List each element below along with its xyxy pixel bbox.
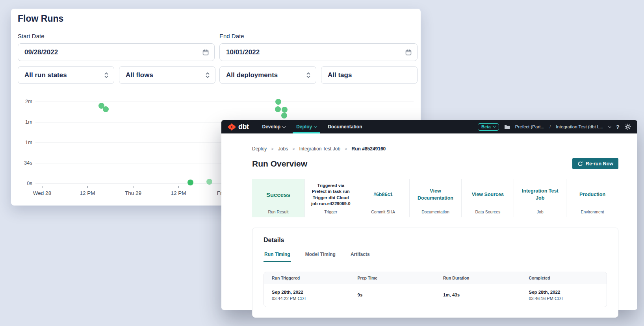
card-value[interactable]: Production: [569, 183, 616, 207]
chevron-down-icon: [493, 124, 496, 128]
card-label: Job: [516, 207, 564, 214]
summary-card-commit-sha: #6b86c1Commit SHA: [357, 179, 409, 217]
breadcrumb-item[interactable]: Deploy: [252, 146, 267, 152]
table-cell: 1m, 43s: [435, 284, 521, 307]
dbt-content: Deploy>Jobs>Integration Test Job>Run #85…: [221, 133, 637, 318]
run-timing-table: Run TriggeredPrep TimeRun DurationComple…: [264, 272, 607, 307]
table-cell-main: Sep 28th, 2022: [529, 289, 599, 296]
summary-card-job: Integration Test JobJob: [514, 179, 566, 217]
breadcrumb-separator: >: [345, 146, 347, 151]
environment-name[interactable]: Integration Test (dbt L...: [556, 124, 603, 129]
card-label: Run Result: [254, 207, 302, 214]
scatter-point[interactable]: [103, 106, 109, 112]
y-axis-label: 0s: [11, 180, 32, 186]
dbt-logo-icon: [228, 123, 236, 131]
x-axis-label: Wed 28: [33, 190, 51, 196]
desktop-background: Flow Runs Start Date End Date 09/28/2022…: [0, 0, 644, 326]
table-cell: 9s: [350, 284, 436, 307]
nav-link-label: Documentation: [328, 124, 362, 130]
table-body: Sep 28th, 202203:44:22 PM CDT9s1m, 43sSe…: [264, 284, 607, 307]
x-axis-label: 12 PM: [171, 190, 186, 196]
x-axis-label: 12 PM: [80, 190, 95, 196]
x-axis-label: Thu 29: [125, 190, 141, 196]
details-heading: Details: [264, 237, 607, 244]
run-summary-cards: SuccessRun ResultTriggered via Prefect i…: [252, 179, 618, 217]
breadcrumb: Deploy>Jobs>Integration Test Job>Run #85…: [252, 146, 618, 152]
details-tabs: Run TimingModel TimingArtifacts: [264, 252, 607, 262]
table-cell-main: Sep 28th, 2022: [272, 289, 342, 296]
card-value[interactable]: View Documentation: [412, 183, 459, 207]
title-row: Run Overview Re-run Now: [252, 158, 618, 169]
card-value[interactable]: View Sources: [464, 183, 511, 207]
dbt-logo[interactable]: dbt: [228, 123, 249, 131]
table-header-cell: Completed: [521, 272, 607, 284]
card-value: Triggered via Prefect in task run Trigge…: [307, 183, 354, 207]
table-row: Sep 28th, 202203:44:22 PM CDT9s1m, 43sSe…: [264, 284, 607, 307]
y-axis-label: 2m: [11, 98, 32, 104]
x-axis-tick: [133, 186, 134, 188]
table-header-cell: Run Duration: [435, 272, 521, 284]
breadcrumb-separator: /: [549, 124, 551, 129]
chevron-down-icon[interactable]: [608, 124, 611, 128]
y-axis-label: 1m: [11, 139, 32, 145]
table-cell-main: 9s: [358, 292, 428, 298]
refresh-icon: [577, 161, 583, 167]
breadcrumb-item[interactable]: Integration Test Job: [299, 146, 341, 152]
card-label: Commit SHA: [360, 207, 407, 214]
dbt-window: dbt DevelopDeployDocumentation Beta Pref…: [221, 120, 637, 310]
y-axis-label: 1m: [11, 119, 32, 125]
dbt-brand-text: dbt: [238, 123, 249, 131]
beta-badge[interactable]: Beta: [478, 123, 499, 131]
table-header-row: Run TriggeredPrep TimeRun DurationComple…: [264, 272, 607, 284]
table-cell-sub: 03:46:16 PM CDT: [529, 296, 599, 302]
dbt-navbar: dbt DevelopDeployDocumentation Beta Pref…: [221, 120, 637, 133]
tab-model-timing[interactable]: Model Timing: [304, 252, 336, 262]
scatter-point[interactable]: [206, 179, 212, 185]
card-value[interactable]: Integration Test Job: [516, 183, 564, 207]
card-label: Environment: [569, 207, 616, 214]
card-label: Trigger: [307, 207, 354, 214]
y-axis-label: 34s: [11, 160, 32, 166]
x-axis-tick: [87, 186, 88, 188]
scatter-point[interactable]: [281, 113, 287, 119]
scatter-point[interactable]: [187, 180, 193, 185]
card-value[interactable]: #6b86c1: [360, 183, 407, 207]
navbar-right: Beta Prefect (Part... / Integration Test…: [478, 123, 631, 131]
scatter-point[interactable]: [275, 99, 281, 105]
card-label: Documentation: [412, 207, 459, 214]
gear-icon[interactable]: [625, 124, 631, 130]
help-icon[interactable]: ?: [616, 124, 620, 130]
nav-link-label: Develop: [262, 124, 280, 130]
run-overview-title: Run Overview: [252, 159, 307, 169]
scatter-point[interactable]: [275, 106, 281, 112]
nav-links: DevelopDeployDocumentation: [262, 120, 362, 133]
table-header-cell: Run Triggered: [264, 272, 350, 284]
summary-card-environment: ProductionEnvironment: [566, 179, 618, 217]
nav-link-develop[interactable]: Develop: [262, 120, 285, 133]
table-cell: Sep 28th, 202203:46:16 PM CDT: [521, 284, 607, 307]
x-axis-tick: [42, 186, 43, 188]
chevron-down-icon: [314, 124, 317, 128]
tab-artifacts[interactable]: Artifacts: [350, 252, 371, 262]
nav-link-label: Deploy: [296, 124, 312, 130]
details-card: Details Run TimingModel TimingArtifacts …: [252, 228, 618, 318]
folder-icon: [504, 124, 510, 130]
breadcrumb-separator: >: [271, 146, 273, 151]
breadcrumb-item[interactable]: Jobs: [278, 146, 288, 152]
summary-card-data-sources: View SourcesData Sources: [461, 179, 514, 217]
rerun-now-label: Re-run Now: [586, 161, 613, 167]
project-name[interactable]: Prefect (Part...: [515, 124, 544, 129]
chevron-down-icon: [282, 124, 286, 128]
summary-card-run-result: SuccessRun Result: [252, 179, 304, 217]
table-cell-main: 1m, 43s: [443, 292, 513, 298]
summary-card-trigger: Triggered via Prefect in task run Trigge…: [304, 179, 357, 217]
nav-link-deploy[interactable]: Deploy: [296, 120, 317, 133]
rerun-now-button[interactable]: Re-run Now: [572, 158, 618, 169]
table-header-cell: Prep Time: [350, 272, 436, 284]
x-axis-tick: [178, 186, 179, 188]
nav-link-documentation[interactable]: Documentation: [328, 120, 362, 133]
scatter-point[interactable]: [282, 107, 288, 113]
tab-run-timing[interactable]: Run Timing: [264, 252, 291, 262]
breadcrumb-item[interactable]: Run #85249160: [352, 146, 386, 152]
gridline: [35, 102, 414, 102]
